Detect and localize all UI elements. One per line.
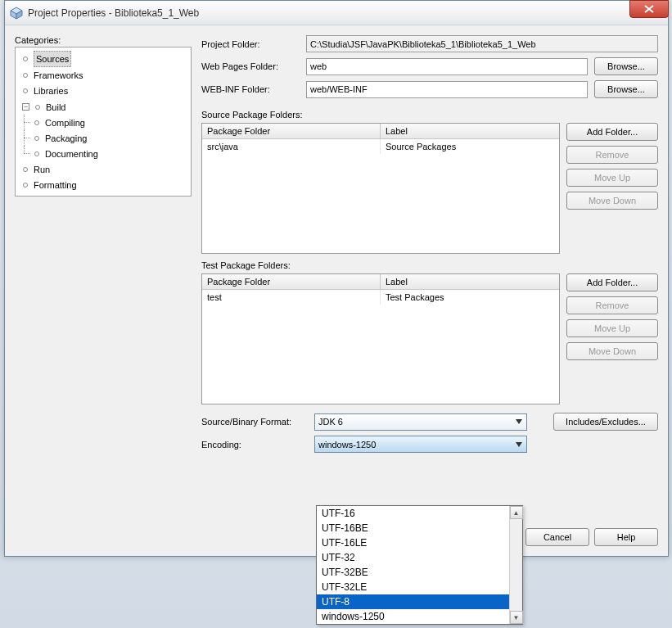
tree-node-libraries[interactable]: Libraries bbox=[20, 84, 70, 98]
column-header-package-folder[interactable]: Package Folder bbox=[202, 274, 381, 290]
dropdown-option[interactable]: UTF-16LE bbox=[317, 535, 509, 550]
help-button[interactable]: Help bbox=[594, 528, 658, 546]
dropdown-option[interactable]: UTF-8 bbox=[317, 594, 509, 609]
encoding-label: Encoding: bbox=[201, 440, 308, 450]
category-tree[interactable]: Sources Frameworks Libraries −Build Comp… bbox=[15, 47, 192, 197]
tree-node-build[interactable]: −Build bbox=[20, 100, 67, 115]
test-package-table[interactable]: Package Folder Label test Test Packages bbox=[201, 273, 560, 404]
dropdown-option[interactable]: UTF-32 bbox=[317, 550, 509, 565]
chevron-down-icon bbox=[512, 416, 525, 428]
close-button[interactable] bbox=[629, 0, 669, 18]
app-icon bbox=[10, 7, 23, 20]
browse-web-inf-button[interactable]: Browse... bbox=[594, 80, 658, 98]
content: Categories: Sources Frameworks Libraries… bbox=[5, 25, 668, 556]
form-pane: Project Folder: Web Pages Folder: Browse… bbox=[201, 35, 658, 518]
project-folder-label: Project Folder: bbox=[201, 39, 300, 49]
window-title: Project Properties - Biblioteka5_1_Web bbox=[28, 7, 199, 19]
categories-label: Categories: bbox=[15, 35, 192, 45]
dropdown-option[interactable]: UTF-16 bbox=[317, 506, 509, 521]
source-package-table[interactable]: Package Folder Label src\java Source Pac… bbox=[201, 123, 560, 254]
tree-node-sources[interactable]: Sources bbox=[20, 51, 73, 67]
source-binary-format-label: Source/Binary Format: bbox=[201, 417, 308, 427]
column-header-label[interactable]: Label bbox=[381, 124, 559, 139]
column-header-label[interactable]: Label bbox=[381, 274, 559, 290]
project-folder-input[interactable] bbox=[306, 35, 658, 52]
test-move-up-button[interactable]: Move Up bbox=[566, 319, 658, 337]
table-row[interactable]: src\java Source Packages bbox=[202, 139, 559, 154]
source-add-folder-button[interactable]: Add Folder... bbox=[566, 123, 658, 141]
chevron-down-icon bbox=[512, 438, 525, 450]
table-row[interactable]: test Test Packages bbox=[202, 290, 559, 305]
source-remove-button[interactable]: Remove bbox=[566, 146, 658, 164]
dropdown-option[interactable]: UTF-32LE bbox=[317, 580, 509, 594]
encoding-combo[interactable]: windows-1250 bbox=[314, 436, 527, 453]
web-pages-label: Web Pages Folder: bbox=[201, 61, 300, 71]
web-inf-input[interactable] bbox=[306, 81, 588, 98]
source-pkg-label: Source Package Folders: bbox=[201, 110, 658, 120]
column-header-package-folder[interactable]: Package Folder bbox=[202, 124, 381, 139]
source-move-down-button[interactable]: Move Down bbox=[566, 192, 658, 210]
tree-node-packaging[interactable]: Packaging bbox=[32, 131, 88, 146]
source-binary-format-combo[interactable]: JDK 6 bbox=[314, 413, 527, 431]
scroll-up-icon[interactable]: ▲ bbox=[510, 506, 523, 519]
test-move-down-button[interactable]: Move Down bbox=[566, 342, 658, 360]
tree-node-run[interactable]: Run bbox=[20, 162, 52, 177]
project-properties-window: Project Properties - Biblioteka5_1_Web C… bbox=[4, 0, 669, 557]
tree-node-compiling[interactable]: Compiling bbox=[32, 115, 87, 130]
browse-web-pages-button[interactable]: Browse... bbox=[594, 57, 658, 75]
encoding-dropdown-list[interactable]: UTF-16UTF-16BEUTF-16LEUTF-32UTF-32BEUTF-… bbox=[316, 505, 523, 625]
dropdown-option[interactable]: UTF-32BE bbox=[317, 565, 509, 580]
scrollbar[interactable]: ▲ ▼ bbox=[509, 506, 522, 624]
title-bar: Project Properties - Biblioteka5_1_Web bbox=[5, 1, 668, 25]
test-pkg-label: Test Package Folders: bbox=[201, 260, 658, 270]
cancel-button[interactable]: Cancel bbox=[525, 528, 589, 546]
includes-excludes-button[interactable]: Includes/Excludes... bbox=[553, 413, 658, 431]
collapse-icon[interactable]: − bbox=[22, 103, 29, 111]
source-move-up-button[interactable]: Move Up bbox=[566, 169, 658, 187]
dropdown-option[interactable]: UTF-16BE bbox=[317, 521, 509, 535]
dropdown-option[interactable]: windows-1250 bbox=[317, 609, 509, 624]
tree-node-documenting[interactable]: Documenting bbox=[32, 147, 100, 161]
tree-node-frameworks[interactable]: Frameworks bbox=[20, 68, 85, 83]
tree-node-formatting[interactable]: Formatting bbox=[20, 178, 79, 192]
web-inf-label: WEB-INF Folder: bbox=[201, 84, 300, 94]
web-pages-input[interactable] bbox=[306, 58, 588, 75]
scroll-down-icon[interactable]: ▼ bbox=[510, 611, 523, 624]
test-remove-button[interactable]: Remove bbox=[566, 296, 658, 314]
test-add-folder-button[interactable]: Add Folder... bbox=[566, 273, 658, 291]
